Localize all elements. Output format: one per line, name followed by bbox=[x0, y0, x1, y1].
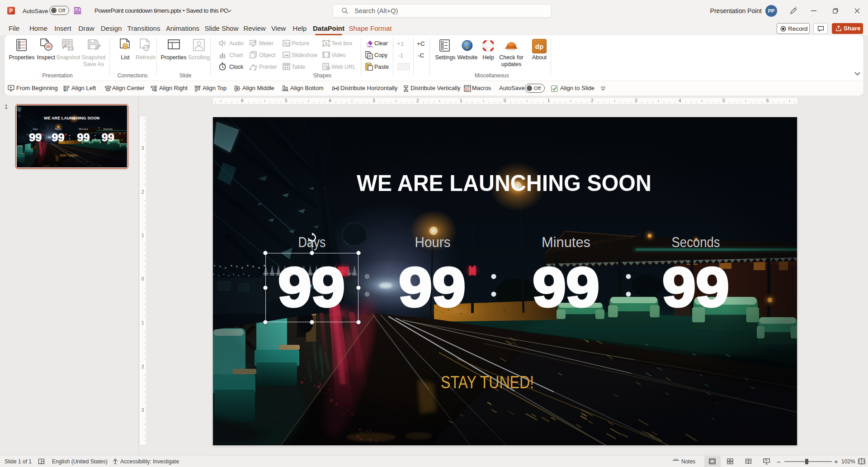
svg-text:P: P bbox=[9, 8, 13, 14]
svg-text:dp: dp bbox=[535, 43, 543, 50]
svg-text:A: A bbox=[325, 41, 328, 46]
